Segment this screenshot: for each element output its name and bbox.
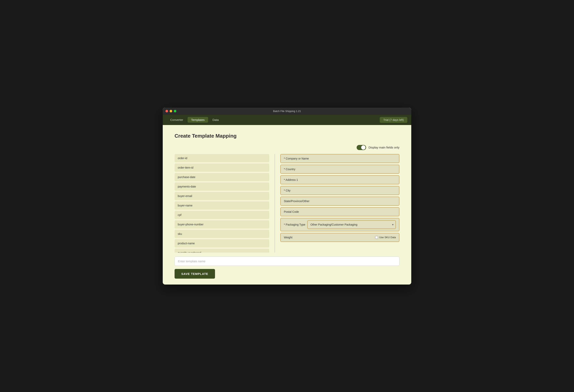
packaging-select-wrapper: Other Packaging/Customer Packaging FedEx… bbox=[307, 220, 396, 229]
sku-label: Use SKU Data bbox=[379, 236, 396, 239]
weight-row: Weight Use SKU Data bbox=[280, 233, 399, 242]
divider-line bbox=[275, 154, 275, 253]
column-divider bbox=[273, 154, 276, 253]
mapping-fields-column: * Company or Name * Country * Address 1 … bbox=[276, 154, 399, 253]
titlebar: Batch File Shipping 1.21 bbox=[163, 108, 411, 115]
nav-item-data[interactable]: Data bbox=[209, 117, 222, 123]
source-field-purchase-date[interactable]: purchase-date bbox=[175, 173, 269, 181]
source-field-buyer-phone-number[interactable]: buyer-phone-number bbox=[175, 220, 269, 229]
toggle-thumb bbox=[361, 145, 366, 150]
source-field-order-id[interactable]: order-id bbox=[175, 154, 269, 162]
field-state[interactable]: State/Province/Other bbox=[280, 196, 399, 206]
source-field-order-item-id[interactable]: order-item-id bbox=[175, 163, 269, 172]
template-name-input[interactable] bbox=[175, 256, 399, 266]
sku-checkbox-group: Use SKU Data bbox=[375, 236, 396, 239]
app-window: Batch File Shipping 1.21 Converter Templ… bbox=[163, 108, 411, 285]
source-field-payments-date[interactable]: payments-date bbox=[175, 182, 269, 191]
save-template-button[interactable]: SAVE TEMPLATE bbox=[175, 269, 215, 279]
main-content: Create Template Mapping Display main fie… bbox=[163, 125, 411, 285]
nav-items: Converter Templates Data bbox=[167, 117, 380, 123]
page-title: Create Template Mapping bbox=[175, 133, 399, 139]
window-title: Batch File Shipping 1.21 bbox=[273, 110, 301, 113]
source-fields-column: order-id order-item-id purchase-date pay… bbox=[175, 154, 273, 253]
maximize-button[interactable] bbox=[174, 110, 176, 112]
toggle-label: Display main fields only bbox=[369, 146, 399, 149]
navbar: Converter Templates Data Trial (7 days l… bbox=[163, 115, 411, 125]
source-field-buyer-email[interactable]: buyer-email bbox=[175, 192, 269, 200]
display-toggle[interactable] bbox=[357, 145, 366, 150]
nav-item-converter[interactable]: Converter bbox=[167, 117, 187, 123]
field-company-or-name[interactable]: * Company or Name bbox=[280, 154, 399, 163]
source-field-buyer-name[interactable]: buyer-name bbox=[175, 201, 269, 210]
nav-item-templates[interactable]: Templates bbox=[187, 117, 208, 123]
minimize-button[interactable] bbox=[170, 110, 172, 112]
packaging-label: * Packaging Type bbox=[284, 223, 305, 226]
field-country[interactable]: * Country bbox=[280, 165, 399, 174]
columns-area: order-id order-item-id purchase-date pay… bbox=[175, 154, 399, 253]
toggle-row: Display main fields only bbox=[175, 145, 399, 150]
source-field-sku[interactable]: sku bbox=[175, 230, 269, 238]
close-button[interactable] bbox=[165, 110, 168, 112]
window-controls bbox=[165, 110, 176, 112]
source-field-product-name[interactable]: product-name bbox=[175, 239, 269, 247]
bottom-area: SAVE TEMPLATE bbox=[175, 253, 399, 279]
source-field-cpf[interactable]: cpf bbox=[175, 211, 269, 219]
source-field-quantity-purchased[interactable]: quantity-purchased bbox=[175, 249, 269, 253]
weight-label: Weight bbox=[284, 236, 292, 239]
field-city[interactable]: * City bbox=[280, 186, 399, 195]
packaging-row: * Packaging Type Other Packaging/Custome… bbox=[280, 218, 399, 231]
field-postal-code[interactable]: Postal Code bbox=[280, 207, 399, 216]
field-address1[interactable]: * Address 1 bbox=[280, 175, 399, 184]
trial-badge[interactable]: Trial (7 days left) bbox=[380, 117, 407, 123]
sku-checkbox[interactable] bbox=[375, 236, 378, 239]
packaging-select[interactable]: Other Packaging/Customer Packaging FedEx… bbox=[307, 220, 396, 229]
